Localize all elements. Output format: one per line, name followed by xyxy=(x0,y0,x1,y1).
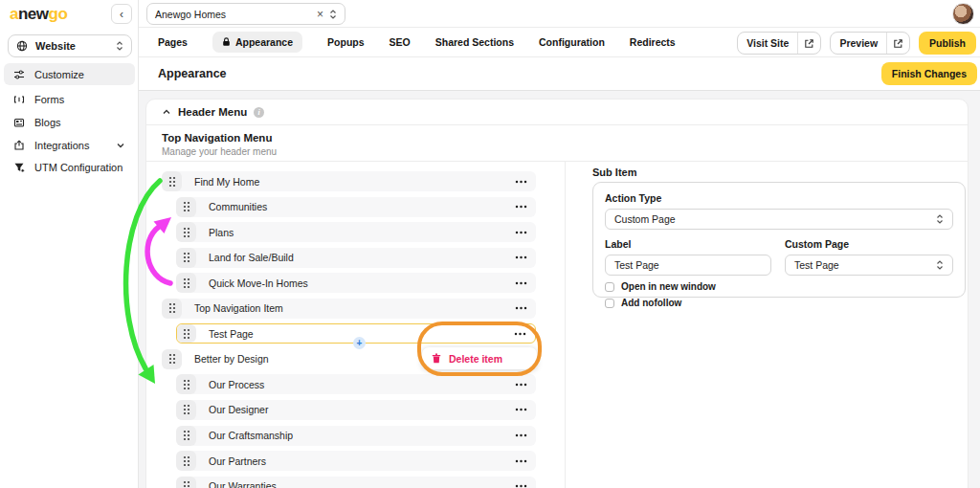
drag-handle-icon[interactable] xyxy=(176,451,196,471)
menu-item-label: Communities xyxy=(209,201,506,212)
add-nofollow-label: Add nofollow xyxy=(621,298,681,308)
logo-part-a: a xyxy=(10,5,18,23)
external-link-icon[interactable] xyxy=(797,33,820,54)
tab-seo[interactable]: SEO xyxy=(390,36,411,48)
preview-label: Preview xyxy=(831,33,886,54)
external-link-icon[interactable] xyxy=(886,33,909,54)
publish-button[interactable]: Publish xyxy=(919,32,976,55)
open-new-window-checkbox[interactable] xyxy=(605,282,614,292)
row-options-button[interactable] xyxy=(506,180,536,184)
menu-item-row[interactable]: Our Designer xyxy=(176,400,536,420)
label-input-value: Test Page xyxy=(614,259,659,271)
sidebar-item-label: UTM Configuration xyxy=(34,162,122,173)
share-box-icon xyxy=(13,140,25,151)
drag-handle-icon[interactable] xyxy=(176,477,196,488)
ellipsis-icon xyxy=(515,433,527,437)
drag-handle-icon[interactable] xyxy=(176,400,196,420)
row-options-button[interactable] xyxy=(506,281,536,285)
row-options-button[interactable] xyxy=(506,205,536,209)
tab-pages[interactable]: Pages xyxy=(158,36,188,48)
website-selector[interactable]: Website xyxy=(8,34,132,57)
sidebar-item-forms[interactable]: Forms xyxy=(4,88,135,110)
menu-item-label: Our Designer xyxy=(209,404,506,415)
label-field-label: Label xyxy=(605,238,771,250)
drag-handle-icon[interactable] xyxy=(162,349,182,369)
row-options-button[interactable] xyxy=(506,459,536,463)
divider xyxy=(146,161,968,162)
tab-popups[interactable]: Popups xyxy=(327,36,365,48)
sidebar-item-integrations[interactable]: Integrations xyxy=(4,134,135,156)
drag-handle-icon[interactable] xyxy=(162,299,182,319)
menu-item-label: Our Warranties xyxy=(209,480,506,488)
tab-label: Appearance xyxy=(235,36,293,48)
sidebar-collapse-button[interactable]: ‹ xyxy=(111,4,132,24)
row-options-button[interactable] xyxy=(505,332,535,336)
sidebar: anewgo ‹ Website Customize Forms Blogs I… xyxy=(0,0,139,488)
sidebar-item-label: Integrations xyxy=(34,140,89,151)
menu-item-row[interactable]: Plans xyxy=(176,222,536,242)
add-nofollow-checkbox[interactable] xyxy=(605,299,614,308)
row-options-button[interactable] xyxy=(506,433,536,437)
tab-appearance[interactable]: Appearance xyxy=(212,32,302,53)
menu-item-row[interactable]: Quick Move-In Homes xyxy=(176,273,536,293)
chevron-left-icon: ‹ xyxy=(120,8,123,21)
delete-item-menu-option[interactable]: Delete item xyxy=(449,353,502,365)
menu-item-row[interactable]: Our Process xyxy=(176,374,536,394)
page-header: Appearance Finish Changes xyxy=(139,57,980,91)
clear-icon[interactable]: × xyxy=(317,8,323,21)
menu-item-label: Top Navigation Item xyxy=(194,302,506,314)
drag-handle-icon[interactable] xyxy=(177,324,196,343)
sidebar-item-utm-configuration[interactable]: UTM Configuration xyxy=(4,156,135,178)
row-options-button[interactable] xyxy=(506,306,536,310)
custom-page-label: Custom Page xyxy=(785,238,953,250)
row-options-button[interactable] xyxy=(506,484,536,488)
menu-item-row[interactable]: Our Partners xyxy=(176,451,536,471)
tab-configuration[interactable]: Configuration xyxy=(539,36,605,48)
tab-redirects[interactable]: Redirects xyxy=(630,36,676,48)
ellipsis-icon xyxy=(515,205,527,209)
action-type-value: Custom Page xyxy=(614,213,676,225)
preview-button[interactable]: Preview xyxy=(830,32,910,55)
action-type-select[interactable]: Custom Page xyxy=(605,209,953,230)
row-options-button[interactable] xyxy=(506,383,536,387)
site-search-value: Anewgo Homes xyxy=(155,9,311,20)
open-new-window-option: Open in new window xyxy=(605,281,953,292)
tab-shared-sections[interactable]: Shared Sections xyxy=(435,36,514,48)
sidebar-item-customize[interactable]: Customize xyxy=(4,63,135,85)
sidebar-item-blogs[interactable]: Blogs xyxy=(4,111,135,133)
menu-item-label: Quick Move-In Homes xyxy=(209,277,506,289)
drag-handle-icon[interactable] xyxy=(176,248,196,268)
row-options-button[interactable] xyxy=(506,231,536,234)
finish-changes-button[interactable]: Finish Changes xyxy=(881,62,977,85)
ellipsis-icon xyxy=(515,255,527,259)
funnel-icon xyxy=(13,162,25,173)
user-avatar[interactable] xyxy=(952,3,974,25)
open-new-window-label: Open in new window xyxy=(621,281,716,292)
menu-item-row[interactable]: Communities xyxy=(176,197,536,217)
drag-handle-icon[interactable] xyxy=(176,374,196,394)
drag-handle-icon[interactable] xyxy=(162,171,182,191)
menu-item-row[interactable]: Our Warranties xyxy=(176,477,536,488)
drag-handle-icon[interactable] xyxy=(176,426,196,446)
row-options-button[interactable] xyxy=(506,408,536,411)
menu-item-row[interactable]: Top Navigation Item xyxy=(162,299,536,319)
menu-item-row[interactable]: Our Craftsmanship xyxy=(176,426,536,446)
row-options-button[interactable] xyxy=(506,255,536,259)
drag-handle-icon[interactable] xyxy=(176,197,196,217)
site-search-combobox[interactable]: Anewgo Homes × xyxy=(146,3,345,25)
trash-icon xyxy=(432,353,441,364)
add-item-button[interactable]: + xyxy=(353,337,366,349)
custom-page-select[interactable]: Test Page xyxy=(785,255,953,276)
drag-handle-icon[interactable] xyxy=(176,222,196,242)
header-menu-section-header[interactable]: Header Menu i xyxy=(146,100,968,125)
drag-handle-icon[interactable] xyxy=(176,273,196,293)
sub-item-panel: Action Type Custom Page Label Test Page … xyxy=(592,182,966,298)
visit-site-button[interactable]: Visit Site xyxy=(737,32,821,55)
sidebar-item-label: Blogs xyxy=(34,117,61,128)
globe-icon xyxy=(16,40,28,52)
logo-part-go: go xyxy=(49,5,68,23)
menu-item-row[interactable]: Find My Home xyxy=(162,171,536,191)
updown-chevron-icon xyxy=(936,259,944,271)
label-input[interactable]: Test Page xyxy=(605,255,771,276)
menu-item-row[interactable]: Land for Sale/Build xyxy=(176,248,536,268)
